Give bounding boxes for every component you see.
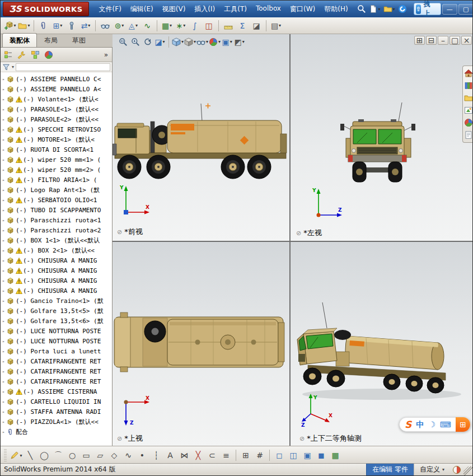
edit-appearance-button[interactable]: ▾ bbox=[209, 36, 221, 48]
expand-arrow-icon[interactable]: ▸ bbox=[1, 97, 6, 102]
maximize-window-button[interactable]: ▢ bbox=[458, 4, 473, 15]
hidden-lines-display-button[interactable]: ◫ bbox=[287, 449, 300, 462]
tree-item[interactable]: ▸(-) CHIUSURA A MANIG bbox=[1, 276, 112, 286]
mass-properties-button[interactable]: Σ bbox=[236, 19, 249, 32]
resize-grip[interactable] bbox=[463, 466, 472, 475]
expand-arrow-icon[interactable]: ▸ bbox=[1, 419, 6, 424]
reference-geometry-button[interactable]: ◬▾ bbox=[127, 19, 140, 32]
tree-item[interactable]: ▸(-) Volante<1> (默认< bbox=[1, 94, 112, 104]
viewport-isometric[interactable]: Y X Z ⊘ *上下二等角轴测 bbox=[291, 242, 473, 446]
split-view-button[interactable]: ⊟ bbox=[426, 36, 437, 45]
view-settings-button[interactable]: ◩▾ bbox=[233, 36, 245, 48]
mate-button[interactable] bbox=[37, 19, 50, 32]
ime-moon-button[interactable]: ☽ bbox=[428, 417, 435, 432]
previous-view-button[interactable] bbox=[142, 36, 153, 48]
dropdown-caret-icon[interactable]: ▾ bbox=[135, 23, 138, 28]
front-view-model[interactable] bbox=[113, 101, 290, 185]
polygon-button[interactable]: ◇ bbox=[107, 449, 121, 462]
hide-show-items-button[interactable]: ▾ bbox=[196, 36, 208, 48]
sogou-browser-button[interactable] bbox=[397, 3, 408, 15]
dropdown-caret-icon[interactable]: ▾ bbox=[20, 453, 22, 458]
design-library-button[interactable] bbox=[464, 81, 473, 90]
text-button[interactable]: A bbox=[163, 449, 177, 462]
simulation-advisor-button[interactable]: ▤▾ bbox=[269, 19, 283, 32]
expand-arrow-icon[interactable]: ▸ bbox=[1, 228, 6, 233]
expand-arrow-icon[interactable]: ▸ bbox=[1, 349, 6, 354]
expand-arrow-icon[interactable]: ▸ bbox=[1, 137, 6, 142]
tree-item[interactable]: ▸(-) CHIUSURA A MANIG bbox=[1, 265, 112, 276]
tree-item[interactable]: ▸(-) Porta luci a lunett bbox=[1, 346, 112, 356]
expand-arrow-icon[interactable]: ▸ bbox=[1, 157, 6, 162]
move-component-button[interactable]: ⇄▾ bbox=[79, 19, 92, 32]
offset-entities-button[interactable]: ≡ bbox=[219, 449, 233, 462]
centerline-button[interactable]: ┆ bbox=[149, 449, 163, 462]
wireframe-display-button[interactable]: ◻ bbox=[273, 449, 286, 462]
sketch-button[interactable]: ▾ bbox=[10, 449, 23, 462]
dropdown-caret-icon[interactable]: ▾ bbox=[242, 39, 245, 44]
expand-arrow-icon[interactable]: ▸ bbox=[1, 369, 6, 374]
filter-funnel-icon[interactable] bbox=[2, 63, 10, 71]
menu-tools[interactable]: 工具(T) bbox=[219, 2, 251, 17]
circle-button[interactable]: ◯ bbox=[38, 449, 51, 462]
dropdown-caret-icon[interactable]: ▾ bbox=[121, 23, 124, 28]
tree-item[interactable]: ▸(-) ASSIEME PANNELLO A< bbox=[1, 84, 112, 94]
zoom-to-fit-button[interactable] bbox=[117, 36, 129, 48]
tree-item[interactable]: ▸(-) Logo Rap Ant<1> (默 bbox=[1, 185, 112, 195]
apply-scene-button[interactable]: ▣▾ bbox=[221, 36, 233, 48]
dropdown-caret-icon[interactable]: ▾ bbox=[163, 39, 165, 44]
dropdown-caret-icon[interactable]: ▾ bbox=[206, 39, 208, 44]
display-style-button[interactable]: ▾ bbox=[184, 36, 196, 48]
propertymanager-tab[interactable] bbox=[16, 49, 28, 61]
expand-arrow-icon[interactable]: ▸ bbox=[1, 218, 6, 223]
expand-arrow-icon[interactable]: ▸ bbox=[1, 379, 6, 384]
expand-arrow-icon[interactable]: ▸ bbox=[1, 127, 6, 132]
bill-of-materials-button[interactable]: ▦▾ bbox=[160, 19, 174, 32]
expand-arrow-icon[interactable]: ▸ bbox=[1, 77, 6, 82]
slot-button[interactable]: ▱ bbox=[93, 449, 107, 462]
expand-arrow-icon[interactable]: ▸ bbox=[1, 167, 6, 172]
zoom-to-area-button[interactable] bbox=[129, 36, 141, 48]
open-part-button[interactable]: ▾ bbox=[17, 19, 31, 32]
grid-snap-button[interactable]: ⊞ bbox=[239, 449, 252, 462]
tree-item[interactable]: ▸(-) SERBATOIO OLIO<1 bbox=[1, 195, 112, 205]
restore-document-button[interactable]: ▢ bbox=[449, 36, 460, 45]
expand-arrow-icon[interactable]: ▸ bbox=[1, 288, 6, 293]
dropdown-caret-icon[interactable]: ▾ bbox=[378, 7, 381, 12]
tab-sketch[interactable]: 草图 bbox=[65, 33, 93, 47]
solidworks-resources-button[interactable] bbox=[464, 69, 473, 78]
tile-windows-button[interactable]: ⊞ bbox=[414, 36, 425, 45]
expand-arrow-icon[interactable]: ▸ bbox=[1, 329, 6, 334]
expand-arrow-icon[interactable]: ▸ bbox=[1, 147, 6, 152]
tab-layout[interactable]: 布局 bbox=[37, 33, 65, 47]
viewport-left-view[interactable]: Y Z ⊘ *左视 bbox=[291, 34, 473, 242]
menu-view[interactable]: 视图(V) bbox=[158, 2, 190, 17]
insert-components-button[interactable]: ▾ bbox=[3, 19, 17, 32]
tree-item[interactable]: ▸(-) Paraschizzi ruota<2 bbox=[1, 225, 112, 235]
ellipse-button[interactable]: ○ bbox=[65, 449, 79, 462]
minimize-document-button[interactable]: – bbox=[438, 36, 448, 45]
viewport-top-view[interactable]: X Z ⊘ *上视 bbox=[113, 242, 291, 446]
view-palette-button[interactable] bbox=[464, 106, 473, 115]
tree-item[interactable]: ▸(-) Gancio Traino<1> (默 bbox=[1, 296, 112, 306]
search-button[interactable] bbox=[356, 3, 367, 15]
tree-item[interactable]: ▸(-) CHIUSURA A MANIG bbox=[1, 286, 112, 296]
expand-arrow-icon[interactable]: ▸ bbox=[1, 208, 6, 213]
viewport-front-view[interactable]: Y X ⊘ *前视 bbox=[113, 34, 291, 242]
new-document-button[interactable]: ▾ bbox=[368, 3, 382, 15]
appearances-scenes-button[interactable] bbox=[464, 118, 473, 127]
menu-file[interactable]: 文件(F) bbox=[95, 2, 126, 17]
expand-arrow-icon[interactable]: ▸ bbox=[1, 298, 6, 304]
menu-help[interactable]: 帮助(H) bbox=[320, 2, 352, 17]
rectangle-button[interactable]: ▭ bbox=[79, 449, 93, 462]
tree-item[interactable]: ▸(-) wiper 520 mm<1> ( bbox=[1, 155, 112, 165]
expand-arrow-icon[interactable]: ▸ bbox=[1, 87, 6, 92]
convert-entities-button[interactable]: ⊂ bbox=[205, 449, 219, 462]
file-explorer-button[interactable] bbox=[464, 94, 473, 102]
new-motion-study-button[interactable]: ∿ bbox=[141, 19, 154, 32]
expand-arrow-icon[interactable]: ▸ bbox=[1, 238, 6, 243]
tree-item[interactable]: ▸(-) ASSIEME PANNELLO C< bbox=[1, 74, 112, 84]
expand-arrow-icon[interactable]: ▸ bbox=[1, 117, 6, 122]
menu-edit[interactable]: 编辑(E) bbox=[126, 2, 158, 17]
arc-button[interactable]: ⌒ bbox=[51, 449, 65, 462]
point-button[interactable]: • bbox=[135, 449, 149, 462]
